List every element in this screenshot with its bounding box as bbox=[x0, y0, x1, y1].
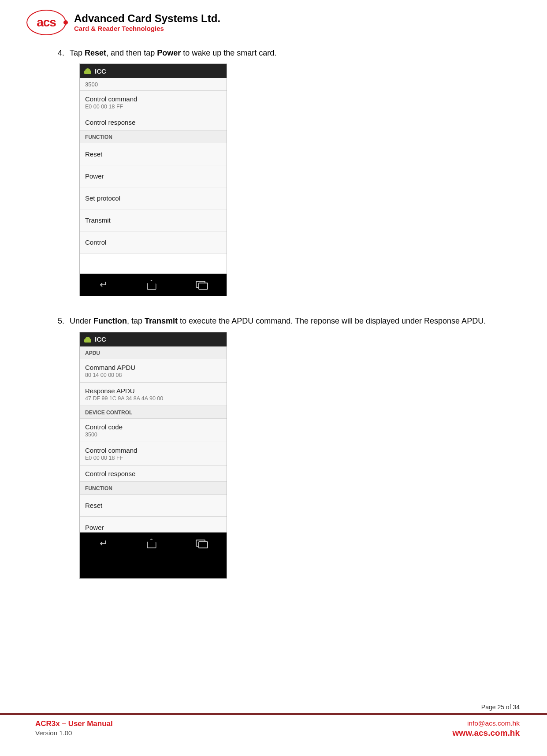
back-icon[interactable]: ↵ bbox=[100, 279, 108, 290]
text: , and then tap bbox=[106, 48, 157, 57]
text: to execute the APDU command. The reponse… bbox=[178, 317, 486, 325]
contact-email: info@acs.com.hk bbox=[453, 719, 520, 727]
step-4: 4. Tap Reset, and then tap Power to wake… bbox=[53, 48, 502, 58]
power-button[interactable]: Power bbox=[80, 517, 227, 533]
bold-power: Power bbox=[157, 48, 181, 57]
page-footer: ACR3x – User Manual Version 1.00 info@ac… bbox=[0, 715, 547, 746]
list-item: 3500 bbox=[80, 78, 227, 91]
step-number: 4. bbox=[53, 48, 64, 58]
page-header: acs Advanced Card Systems Ltd. Card & Re… bbox=[26, 10, 220, 35]
footer-right: info@acs.com.hk www.acs.com.hk bbox=[453, 719, 520, 746]
app-titlebar: ICC bbox=[80, 332, 227, 346]
section-function: FUNCTION bbox=[80, 482, 227, 495]
company-tagline: Card & Reader Technologies bbox=[74, 25, 220, 33]
app-titlebar: ICC bbox=[80, 64, 227, 78]
list-item-response-apdu[interactable]: Response APDU 47 DF 99 1C 9A 34 8A 4A 90… bbox=[80, 383, 227, 406]
set-protocol-button[interactable]: Set protocol bbox=[80, 187, 227, 209]
header-titles: Advanced Card Systems Ltd. Card & Reader… bbox=[74, 13, 220, 33]
company-name: Advanced Card Systems Ltd. bbox=[74, 13, 220, 24]
bold-transmit: Transmit bbox=[145, 317, 178, 325]
back-icon[interactable]: ↵ bbox=[100, 538, 108, 549]
text: Tap bbox=[70, 48, 85, 57]
list-item-control-code[interactable]: Control code 3500 bbox=[80, 419, 227, 442]
item-sub: 80 14 00 00 08 bbox=[85, 372, 221, 378]
item-title: Control response bbox=[85, 119, 221, 126]
step-5: 5. Under Function, tap Transmit to execu… bbox=[53, 316, 502, 326]
item-title: Control response bbox=[85, 470, 221, 477]
text: , tap bbox=[127, 317, 145, 325]
doc-version: Version 1.00 bbox=[35, 729, 113, 737]
step-number: 5. bbox=[53, 316, 64, 326]
website: www.acs.com.hk bbox=[453, 728, 520, 738]
app-title: ICC bbox=[95, 335, 106, 343]
recent-icon[interactable] bbox=[196, 540, 207, 547]
acs-logo-icon: acs bbox=[26, 10, 66, 35]
value: 3500 bbox=[85, 81, 221, 88]
page-content: 4. Tap Reset, and then tap Power to wake… bbox=[53, 48, 502, 579]
step-5-text: Under Function, tap Transmit to execute … bbox=[70, 316, 502, 326]
item-sub: 3500 bbox=[85, 432, 221, 438]
list-item-control-response[interactable]: Control response bbox=[80, 114, 227, 130]
text: Under bbox=[70, 317, 93, 325]
android-icon bbox=[84, 335, 91, 343]
item-sub: E0 00 00 18 FF bbox=[85, 455, 221, 461]
android-navbar: ↵ bbox=[80, 533, 227, 555]
app-title: ICC bbox=[95, 67, 106, 75]
section-device-control: DEVICE CONTROL bbox=[80, 406, 227, 419]
reset-button[interactable]: Reset bbox=[80, 495, 227, 517]
android-icon bbox=[84, 67, 91, 75]
screenshot-1: ICC 3500 Control command E0 00 00 18 FF … bbox=[79, 63, 227, 296]
home-icon[interactable] bbox=[147, 539, 156, 548]
list-item-command-apdu[interactable]: Command APDU 80 14 00 00 08 bbox=[80, 359, 227, 383]
text: to wake up the smart card. bbox=[181, 48, 276, 57]
item-title: Response APDU bbox=[85, 387, 221, 395]
section-function: FUNCTION bbox=[80, 130, 227, 143]
transmit-button[interactable]: Transmit bbox=[80, 209, 227, 231]
reset-button[interactable]: Reset bbox=[80, 143, 227, 165]
power-button[interactable]: Power bbox=[80, 165, 227, 187]
bold-reset: Reset bbox=[85, 48, 106, 57]
item-title: Control command bbox=[85, 95, 221, 103]
list-item-control-command[interactable]: Control command E0 00 00 18 FF bbox=[80, 91, 227, 114]
list-item-control-command[interactable]: Control command E0 00 00 18 FF bbox=[80, 442, 227, 466]
item-title: Command APDU bbox=[85, 364, 221, 371]
logo-text: acs bbox=[37, 15, 56, 30]
bold-function: Function bbox=[93, 317, 127, 325]
item-title: Control code bbox=[85, 423, 221, 431]
item-title: Control command bbox=[85, 447, 221, 454]
section-apdu: APDU bbox=[80, 346, 227, 359]
page-number: Page 25 of 34 bbox=[481, 704, 520, 711]
list-item-control-response[interactable]: Control response bbox=[80, 466, 227, 482]
recent-icon[interactable] bbox=[196, 281, 207, 289]
item-sub: E0 00 00 18 FF bbox=[85, 104, 221, 110]
blank-area bbox=[80, 253, 227, 274]
screenshot-2: ICC APDU Command APDU 80 14 00 00 08 Res… bbox=[79, 332, 227, 579]
home-icon[interactable] bbox=[147, 280, 156, 290]
footer-left: ACR3x – User Manual Version 1.00 bbox=[35, 719, 113, 746]
step-4-text: Tap Reset, and then tap Power to wake up… bbox=[70, 48, 502, 58]
doc-title: ACR3x – User Manual bbox=[35, 719, 113, 728]
android-navbar: ↵ bbox=[80, 274, 227, 296]
item-sub: 47 DF 99 1C 9A 34 8A 4A 90 00 bbox=[85, 395, 221, 402]
control-button[interactable]: Control bbox=[80, 231, 227, 253]
